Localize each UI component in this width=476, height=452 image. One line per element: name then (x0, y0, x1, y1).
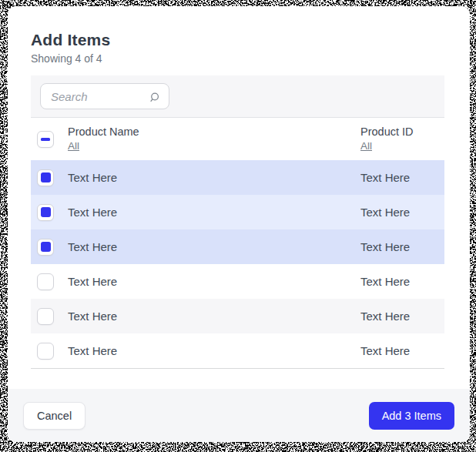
row-checkbox[interactable] (37, 239, 54, 256)
product-name-cell: Text Here (68, 171, 360, 184)
table-row[interactable]: Text Here Text Here (31, 160, 444, 195)
product-name-cell: Text Here (68, 344, 360, 357)
search-strip (31, 75, 444, 118)
search-box (40, 83, 169, 109)
row-checkbox[interactable] (37, 308, 54, 325)
column-label: Product ID (360, 125, 444, 139)
column-header-product-id: Product ID All (360, 125, 444, 153)
product-id-cell: Text Here (360, 171, 444, 184)
product-name-cell: Text Here (68, 240, 360, 253)
row-checkbox[interactable] (37, 273, 54, 290)
column-label: Product Name (68, 125, 360, 139)
row-checkbox[interactable] (37, 343, 54, 360)
modal-content: Product Name All Product ID All Text Her… (31, 75, 444, 369)
filter-all-link[interactable]: All (360, 139, 372, 153)
product-id-cell: Text Here (360, 310, 444, 323)
select-all-checkbox[interactable] (37, 131, 54, 148)
table-row[interactable]: Text Here Text Here (31, 333, 444, 368)
product-id-cell: Text Here (360, 275, 444, 288)
product-name-cell: Text Here (68, 310, 360, 323)
table-row[interactable]: Text Here Text Here (31, 229, 444, 264)
row-checkbox-cell (31, 204, 68, 221)
column-header-product-name: Product Name All (68, 125, 360, 153)
table-header-row: Product Name All Product ID All (31, 118, 444, 160)
modal-header: Add Items Showing 4 of 4 (8, 6, 470, 65)
row-checkbox[interactable] (37, 204, 54, 221)
product-name-cell: Text Here (68, 206, 360, 219)
table-body: Text Here Text Here Text Here Text Here … (31, 160, 444, 369)
row-checkbox-cell (31, 169, 68, 186)
header-checkbox-cell (31, 131, 68, 148)
table-row[interactable]: Text Here Text Here (31, 299, 444, 333)
row-checkbox-cell (31, 273, 68, 290)
row-checkbox-cell (31, 308, 68, 325)
cancel-button[interactable]: Cancel (23, 402, 85, 430)
product-id-cell: Text Here (360, 344, 444, 357)
row-checkbox-cell (31, 343, 68, 360)
showing-count-text: Showing 4 of 4 (31, 52, 447, 65)
product-id-cell: Text Here (360, 206, 444, 219)
filter-all-link[interactable]: All (68, 139, 79, 153)
product-id-cell: Text Here (360, 240, 444, 253)
row-checkbox[interactable] (37, 169, 54, 186)
add-items-button[interactable]: Add 3 Items (369, 402, 454, 430)
add-items-modal: Add Items Showing 4 of 4 Product Name (8, 6, 470, 442)
table-row[interactable]: Text Here Text Here (31, 195, 444, 229)
search-input[interactable] (41, 85, 139, 108)
modal-footer: Cancel Add 3 Items (8, 389, 470, 442)
table-row[interactable]: Text Here Text Here (31, 264, 444, 299)
product-name-cell: Text Here (68, 275, 360, 288)
row-checkbox-cell (31, 239, 68, 256)
page-title: Add Items (31, 31, 447, 49)
magnifier-icon (148, 91, 160, 103)
